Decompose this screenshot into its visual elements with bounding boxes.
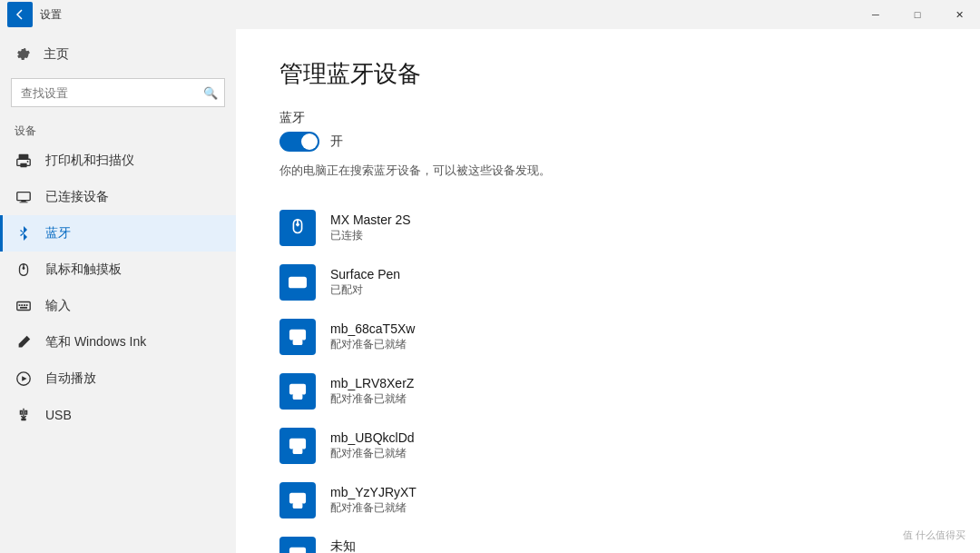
home-label: 主页 (44, 46, 69, 63)
autoplay-icon (15, 370, 33, 388)
svg-rect-13 (24, 304, 25, 306)
svg-rect-37 (290, 548, 306, 553)
bluetooth-toggle[interactable] (279, 132, 319, 152)
svg-rect-33 (290, 439, 306, 449)
device-list: MX Master 2S 已连接 Surface Pen 已配对 mb_68ca… (279, 201, 936, 553)
sidebar-item-label-mouse: 鼠标和触摸板 (45, 262, 122, 278)
search-icon: 🔍 (203, 86, 218, 100)
printer-icon (15, 152, 33, 170)
device-item-2[interactable]: mb_68caT5Xw 配对准备已就绪 (279, 310, 936, 364)
device-info-3: mb_LRV8XerZ 配对准备已就绪 (330, 376, 414, 407)
sidebar-item-connected[interactable]: 已连接设备 (0, 179, 236, 215)
usb-icon (15, 406, 33, 424)
device-name-6: 未知 (330, 538, 407, 553)
gear-icon (15, 45, 33, 64)
device-name-5: mb_YzYJRyXT (330, 485, 416, 499)
toggle-thumb (301, 133, 318, 150)
svg-rect-18 (21, 419, 25, 421)
close-button[interactable]: ✕ (938, 0, 980, 29)
sidebar-item-autoplay[interactable]: 自动播放 (0, 360, 236, 397)
back-button[interactable] (7, 2, 33, 27)
svg-rect-15 (20, 307, 27, 309)
device-status-3: 配对准备已就绪 (330, 391, 414, 407)
sidebar: 主页 🔍 设备 打印机和扫描仪 已连接设备 蓝牙 鼠标和触摸板 输入 (0, 29, 236, 553)
sidebar-item-label-connected: 已连接设备 (45, 189, 109, 205)
connected-icon (15, 188, 33, 206)
bluetooth-section-label: 蓝牙 (279, 110, 936, 126)
input-icon (15, 297, 33, 315)
svg-rect-5 (21, 201, 25, 202)
app-body: 主页 🔍 设备 打印机和扫描仪 已连接设备 蓝牙 鼠标和触摸板 输入 (0, 29, 980, 553)
device-icon-3 (279, 373, 316, 410)
bluetooth-status-text: 你的电脑正在搜索蓝牙设备，可以被这些设备发现。 (279, 163, 936, 179)
device-icon-5 (279, 482, 316, 518)
sidebar-item-mouse[interactable]: 鼠标和触摸板 (0, 252, 236, 288)
device-status-5: 配对准备已就绪 (330, 500, 416, 516)
svg-rect-2 (20, 163, 26, 168)
maximize-button[interactable]: □ (897, 0, 938, 29)
pen-icon (15, 333, 33, 351)
sidebar-item-pen[interactable]: 笔和 Windows Ink (0, 324, 236, 360)
svg-rect-11 (19, 304, 21, 306)
svg-rect-4 (17, 193, 30, 201)
device-status-2: 配对准备已就绪 (330, 337, 415, 352)
device-info-0: MX Master 2S 已连接 (330, 212, 411, 243)
device-status-4: 配对准备已就绪 (330, 446, 415, 461)
sidebar-item-bluetooth[interactable]: 蓝牙 (0, 215, 236, 252)
sidebar-item-label-pen: 笔和 Windows Ink (45, 334, 146, 351)
svg-rect-12 (21, 304, 23, 306)
device-item-4[interactable]: mb_UBQkclDd 配对准备已就绪 (279, 419, 936, 473)
device-name-2: mb_68caT5Xw (330, 321, 415, 336)
device-name-4: mb_UBQkclDd (330, 430, 415, 445)
svg-rect-31 (290, 385, 306, 394)
device-status-0: 已连接 (330, 228, 411, 243)
device-item-0[interactable]: MX Master 2S 已连接 (279, 201, 936, 255)
device-name-0: MX Master 2S (330, 212, 411, 227)
device-item-5[interactable]: mb_YzYJRyXT 配对准备已就绪 (279, 473, 936, 528)
svg-rect-32 (293, 395, 301, 400)
svg-rect-34 (293, 449, 301, 454)
svg-point-21 (296, 223, 299, 227)
search-input[interactable] (11, 78, 225, 107)
device-info-2: mb_68caT5Xw 配对准备已就绪 (330, 321, 415, 352)
device-icon-1 (279, 264, 316, 301)
device-icon-0 (279, 210, 316, 246)
sidebar-item-label-input: 输入 (45, 298, 71, 314)
titlebar: 设置 ─ □ ✕ (0, 0, 980, 29)
svg-rect-6 (20, 202, 28, 202)
mouse-icon (15, 261, 33, 279)
device-item-6[interactable]: 未知 配对准备已就绪 (279, 528, 936, 553)
sidebar-items: 打印机和扫描仪 已连接设备 蓝牙 鼠标和触摸板 输入 笔和 Windows In… (0, 143, 236, 433)
device-info-4: mb_UBQkclDd 配对准备已就绪 (330, 430, 415, 461)
sidebar-item-printer[interactable]: 打印机和扫描仪 (0, 143, 236, 179)
svg-rect-29 (290, 331, 306, 340)
device-info-5: mb_YzYJRyXT 配对准备已就绪 (330, 485, 416, 516)
sidebar-section-label: 设备 (0, 116, 236, 143)
minimize-button[interactable]: ─ (855, 0, 897, 29)
svg-point-3 (27, 161, 29, 163)
sidebar-item-label-autoplay: 自动播放 (45, 370, 96, 387)
sidebar-item-usb[interactable]: USB (0, 397, 236, 433)
sidebar-item-label-printer: 打印机和扫描仪 (45, 153, 134, 169)
sidebar-item-input[interactable]: 输入 (0, 288, 236, 324)
svg-rect-36 (293, 504, 301, 509)
device-name-3: mb_LRV8XerZ (330, 376, 414, 390)
device-item-1[interactable]: Surface Pen 已配对 (279, 255, 936, 310)
device-icon-4 (279, 428, 316, 464)
device-name-1: Surface Pen (330, 267, 400, 281)
toggle-on-label: 开 (330, 133, 343, 150)
window-controls: ─ □ ✕ (855, 0, 980, 29)
svg-rect-0 (19, 154, 29, 159)
device-icon-6 (279, 537, 316, 553)
sidebar-item-home[interactable]: 主页 (0, 36, 236, 73)
svg-rect-22 (289, 278, 306, 288)
svg-rect-14 (26, 304, 28, 306)
watermark: 值 什么值得买 (897, 527, 971, 544)
device-icon-2 (279, 319, 316, 355)
device-item-3[interactable]: mb_LRV8XerZ 配对准备已就绪 (279, 364, 936, 419)
svg-point-9 (23, 267, 25, 270)
search-box: 🔍 (11, 78, 225, 107)
device-info-1: Surface Pen 已配对 (330, 267, 400, 298)
svg-marker-17 (22, 376, 26, 380)
toggle-row: 开 (279, 132, 936, 152)
